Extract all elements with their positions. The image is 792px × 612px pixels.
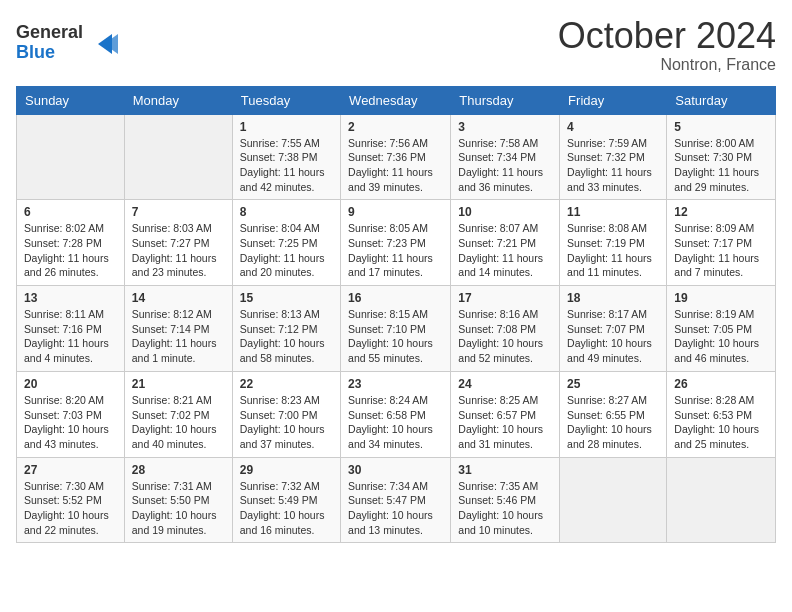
weekday-header-wednesday: Wednesday <box>341 86 451 114</box>
day-number: 27 <box>24 463 117 477</box>
calendar-cell: 29Sunrise: 7:32 AMSunset: 5:49 PMDayligh… <box>232 457 340 543</box>
calendar-cell: 24Sunrise: 8:25 AMSunset: 6:57 PMDayligh… <box>451 371 560 457</box>
calendar-cell: 3Sunrise: 7:58 AMSunset: 7:34 PMDaylight… <box>451 114 560 200</box>
day-info: Sunrise: 8:03 AMSunset: 7:27 PMDaylight:… <box>132 221 225 280</box>
day-number: 22 <box>240 377 333 391</box>
day-info: Sunrise: 8:16 AMSunset: 7:08 PMDaylight:… <box>458 307 552 366</box>
day-number: 29 <box>240 463 333 477</box>
day-number: 28 <box>132 463 225 477</box>
day-number: 20 <box>24 377 117 391</box>
day-number: 31 <box>458 463 552 477</box>
calendar-cell: 7Sunrise: 8:03 AMSunset: 7:27 PMDaylight… <box>124 200 232 286</box>
calendar-cell <box>124 114 232 200</box>
calendar-cell: 23Sunrise: 8:24 AMSunset: 6:58 PMDayligh… <box>341 371 451 457</box>
day-info: Sunrise: 8:19 AMSunset: 7:05 PMDaylight:… <box>674 307 768 366</box>
calendar-cell: 14Sunrise: 8:12 AMSunset: 7:14 PMDayligh… <box>124 286 232 372</box>
calendar-cell: 10Sunrise: 8:07 AMSunset: 7:21 PMDayligh… <box>451 200 560 286</box>
day-info: Sunrise: 7:31 AMSunset: 5:50 PMDaylight:… <box>132 479 225 538</box>
day-info: Sunrise: 7:35 AMSunset: 5:46 PMDaylight:… <box>458 479 552 538</box>
day-info: Sunrise: 7:32 AMSunset: 5:49 PMDaylight:… <box>240 479 333 538</box>
day-number: 17 <box>458 291 552 305</box>
day-number: 3 <box>458 120 552 134</box>
week-row-4: 20Sunrise: 8:20 AMSunset: 7:03 PMDayligh… <box>17 371 776 457</box>
calendar-cell: 8Sunrise: 8:04 AMSunset: 7:25 PMDaylight… <box>232 200 340 286</box>
day-number: 8 <box>240 205 333 219</box>
day-number: 13 <box>24 291 117 305</box>
calendar-cell: 21Sunrise: 8:21 AMSunset: 7:02 PMDayligh… <box>124 371 232 457</box>
calendar-cell: 13Sunrise: 8:11 AMSunset: 7:16 PMDayligh… <box>17 286 125 372</box>
calendar-cell: 12Sunrise: 8:09 AMSunset: 7:17 PMDayligh… <box>667 200 776 286</box>
header: General Blue October 2024 Nontron, Franc… <box>16 16 776 74</box>
svg-text:Blue: Blue <box>16 42 55 62</box>
day-info: Sunrise: 7:34 AMSunset: 5:47 PMDaylight:… <box>348 479 443 538</box>
day-info: Sunrise: 7:56 AMSunset: 7:36 PMDaylight:… <box>348 136 443 195</box>
day-info: Sunrise: 8:23 AMSunset: 7:00 PMDaylight:… <box>240 393 333 452</box>
calendar-cell: 30Sunrise: 7:34 AMSunset: 5:47 PMDayligh… <box>341 457 451 543</box>
calendar-container: General Blue October 2024 Nontron, Franc… <box>0 0 792 559</box>
day-info: Sunrise: 7:30 AMSunset: 5:52 PMDaylight:… <box>24 479 117 538</box>
calendar-cell <box>560 457 667 543</box>
day-info: Sunrise: 8:09 AMSunset: 7:17 PMDaylight:… <box>674 221 768 280</box>
day-number: 9 <box>348 205 443 219</box>
day-number: 2 <box>348 120 443 134</box>
calendar-cell: 9Sunrise: 8:05 AMSunset: 7:23 PMDaylight… <box>341 200 451 286</box>
logo: General Blue <box>16 16 126 68</box>
day-info: Sunrise: 8:24 AMSunset: 6:58 PMDaylight:… <box>348 393 443 452</box>
day-info: Sunrise: 8:21 AMSunset: 7:02 PMDaylight:… <box>132 393 225 452</box>
day-info: Sunrise: 8:28 AMSunset: 6:53 PMDaylight:… <box>674 393 768 452</box>
day-info: Sunrise: 8:17 AMSunset: 7:07 PMDaylight:… <box>567 307 659 366</box>
day-number: 15 <box>240 291 333 305</box>
calendar-cell: 6Sunrise: 8:02 AMSunset: 7:28 PMDaylight… <box>17 200 125 286</box>
day-info: Sunrise: 8:02 AMSunset: 7:28 PMDaylight:… <box>24 221 117 280</box>
calendar-cell: 17Sunrise: 8:16 AMSunset: 7:08 PMDayligh… <box>451 286 560 372</box>
title-block: October 2024 Nontron, France <box>558 16 776 74</box>
weekday-header-row: SundayMondayTuesdayWednesdayThursdayFrid… <box>17 86 776 114</box>
calendar-cell: 19Sunrise: 8:19 AMSunset: 7:05 PMDayligh… <box>667 286 776 372</box>
calendar-cell: 5Sunrise: 8:00 AMSunset: 7:30 PMDaylight… <box>667 114 776 200</box>
day-number: 7 <box>132 205 225 219</box>
calendar-cell: 16Sunrise: 8:15 AMSunset: 7:10 PMDayligh… <box>341 286 451 372</box>
month-title: October 2024 <box>558 16 776 56</box>
day-number: 6 <box>24 205 117 219</box>
weekday-header-tuesday: Tuesday <box>232 86 340 114</box>
day-info: Sunrise: 8:04 AMSunset: 7:25 PMDaylight:… <box>240 221 333 280</box>
day-info: Sunrise: 7:58 AMSunset: 7:34 PMDaylight:… <box>458 136 552 195</box>
day-info: Sunrise: 8:12 AMSunset: 7:14 PMDaylight:… <box>132 307 225 366</box>
calendar-cell <box>17 114 125 200</box>
day-number: 5 <box>674 120 768 134</box>
location: Nontron, France <box>558 56 776 74</box>
weekday-header-monday: Monday <box>124 86 232 114</box>
calendar-cell: 18Sunrise: 8:17 AMSunset: 7:07 PMDayligh… <box>560 286 667 372</box>
week-row-1: 1Sunrise: 7:55 AMSunset: 7:38 PMDaylight… <box>17 114 776 200</box>
svg-text:General: General <box>16 22 83 42</box>
calendar-cell: 2Sunrise: 7:56 AMSunset: 7:36 PMDaylight… <box>341 114 451 200</box>
calendar-cell: 1Sunrise: 7:55 AMSunset: 7:38 PMDaylight… <box>232 114 340 200</box>
weekday-header-friday: Friday <box>560 86 667 114</box>
day-number: 30 <box>348 463 443 477</box>
day-number: 24 <box>458 377 552 391</box>
calendar-cell: 31Sunrise: 7:35 AMSunset: 5:46 PMDayligh… <box>451 457 560 543</box>
day-number: 21 <box>132 377 225 391</box>
week-row-3: 13Sunrise: 8:11 AMSunset: 7:16 PMDayligh… <box>17 286 776 372</box>
calendar-cell: 11Sunrise: 8:08 AMSunset: 7:19 PMDayligh… <box>560 200 667 286</box>
calendar-cell: 22Sunrise: 8:23 AMSunset: 7:00 PMDayligh… <box>232 371 340 457</box>
day-info: Sunrise: 7:59 AMSunset: 7:32 PMDaylight:… <box>567 136 659 195</box>
day-number: 25 <box>567 377 659 391</box>
calendar-cell: 15Sunrise: 8:13 AMSunset: 7:12 PMDayligh… <box>232 286 340 372</box>
weekday-header-saturday: Saturday <box>667 86 776 114</box>
day-number: 11 <box>567 205 659 219</box>
day-number: 26 <box>674 377 768 391</box>
week-row-5: 27Sunrise: 7:30 AMSunset: 5:52 PMDayligh… <box>17 457 776 543</box>
calendar-cell: 28Sunrise: 7:31 AMSunset: 5:50 PMDayligh… <box>124 457 232 543</box>
day-number: 1 <box>240 120 333 134</box>
weekday-header-sunday: Sunday <box>17 86 125 114</box>
day-number: 4 <box>567 120 659 134</box>
day-info: Sunrise: 8:08 AMSunset: 7:19 PMDaylight:… <box>567 221 659 280</box>
day-number: 14 <box>132 291 225 305</box>
day-info: Sunrise: 8:20 AMSunset: 7:03 PMDaylight:… <box>24 393 117 452</box>
day-number: 12 <box>674 205 768 219</box>
calendar-table: SundayMondayTuesdayWednesdayThursdayFrid… <box>16 86 776 544</box>
day-info: Sunrise: 8:25 AMSunset: 6:57 PMDaylight:… <box>458 393 552 452</box>
calendar-cell: 20Sunrise: 8:20 AMSunset: 7:03 PMDayligh… <box>17 371 125 457</box>
day-number: 19 <box>674 291 768 305</box>
